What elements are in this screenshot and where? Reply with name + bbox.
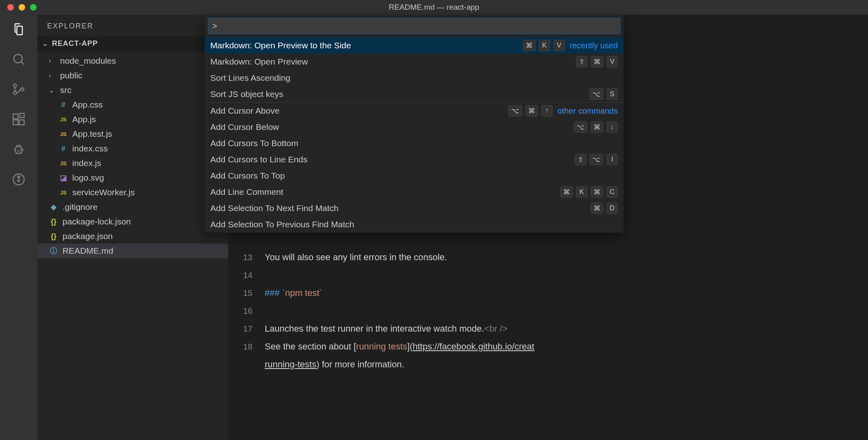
debug-icon[interactable] [11, 142, 26, 157]
keyboard-shortcut: ⌥⌘↓ [574, 121, 618, 133]
command-label: Add Cursors To Bottom [210, 138, 618, 148]
command-label: Add Selection To Next Find Match [210, 203, 591, 213]
sidebar-title: EXPLORER [37, 15, 228, 36]
file-gitignore[interactable]: ◆.gitignore [37, 200, 228, 214]
minimize-window-button[interactable] [19, 4, 25, 11]
command-item[interactable]: Add Selection To Next Find Match⌘D [205, 200, 624, 216]
code-line[interactable]: 16 [228, 302, 868, 320]
code-line[interactable]: 15### `npm test` [228, 284, 868, 302]
file-package-json[interactable]: {}package.json [37, 229, 228, 244]
command-item[interactable]: Add Cursor Below⌥⌘↓ [205, 119, 624, 135]
source-control-icon[interactable] [11, 82, 26, 97]
command-label: Markdown: Open Preview to the Side [210, 41, 523, 50]
folder-node-modules[interactable]: ›node_modules [37, 54, 228, 68]
chevron-down-icon: ⌄ [49, 86, 56, 95]
code-line[interactable]: 17Launches the test runner in the intera… [228, 320, 868, 338]
folder-public[interactable]: ›public [37, 68, 228, 83]
code-line[interactable]: 18See the section about [running tests](… [228, 338, 868, 356]
code-line[interactable]: 13You will also see any lint errors in t… [228, 248, 868, 266]
command-item[interactable]: Add Selection To Previous Find Match [205, 216, 624, 233]
command-palette-list: Markdown: Open Preview to the Side⌘KVrec… [205, 37, 624, 233]
command-label: Sort JS object keys [210, 89, 589, 99]
sidebar: EXPLORER ⌄ REACT-APP ›node_modules ›publ… [37, 15, 228, 440]
project-header[interactable]: ⌄ REACT-APP [37, 36, 228, 51]
line-text: ### `npm test` [265, 284, 322, 302]
explorer-icon[interactable] [11, 22, 26, 37]
search-icon[interactable] [11, 52, 26, 67]
svg-point-1 [13, 84, 17, 87]
chevron-down-icon: ⌄ [42, 39, 50, 48]
file-app-test-js[interactable]: JSApp.test.js [37, 127, 228, 141]
info-file-icon: ⓘ [49, 246, 58, 256]
line-number: 15 [228, 284, 265, 302]
line-number: 14 [228, 266, 265, 284]
keyboard-shortcut: ⌥S [589, 88, 618, 100]
file-index-js[interactable]: JSindex.js [37, 156, 228, 170]
js-file-icon: JS [58, 190, 68, 196]
file-app-css[interactable]: #App.css [37, 97, 228, 112]
js-file-icon: JS [58, 131, 68, 137]
line-number: 13 [228, 248, 265, 266]
command-item[interactable]: Add Cursors To Top [205, 168, 624, 184]
svg-point-2 [13, 91, 17, 95]
command-label: Markdown: Open Preview [210, 57, 576, 67]
command-item[interactable]: Add Cursors to Line Ends⇧⌥I [205, 151, 624, 168]
command-palette-input[interactable] [208, 18, 620, 34]
activity-bar [0, 15, 37, 440]
command-label: Add Cursor Above [210, 106, 508, 116]
line-number: 17 [228, 320, 265, 338]
command-label: Add Cursor Below [210, 122, 574, 132]
command-item[interactable]: Sort JS object keys⌥S [205, 86, 624, 102]
js-file-icon: JS [58, 160, 68, 166]
keyboard-shortcut: ⌘KV [523, 40, 565, 51]
file-logo-svg[interactable]: ◪logo.svg [37, 170, 228, 185]
code-line[interactable]: running-tests) for more information. [228, 356, 868, 373]
file-readme-md[interactable]: ⓘREADME.md [37, 244, 228, 258]
svg-rect-6 [19, 120, 24, 125]
line-text: running-tests) for more information. [265, 356, 404, 373]
json-file-icon: {} [49, 218, 58, 226]
command-hint: other commands [557, 106, 618, 116]
command-item[interactable]: Markdown: Open Preview to the Side⌘KVrec… [205, 37, 624, 54]
keyboard-shortcut: ⌘K⌘C [560, 186, 618, 198]
command-item[interactable]: Sort Lines Ascending [205, 70, 624, 86]
file-app-js[interactable]: JSApp.js [37, 112, 228, 127]
css-file-icon: # [58, 101, 68, 109]
file-service-worker-js[interactable]: JSserviceWorker.js [37, 185, 228, 200]
project-name: REACT-APP [52, 39, 98, 48]
command-item[interactable]: Add Cursors To Bottom [205, 135, 624, 151]
git-file-icon: ◆ [49, 203, 58, 211]
css-file-icon: # [58, 145, 68, 153]
line-number: 16 [228, 302, 265, 320]
folder-src[interactable]: ⌄src [37, 83, 228, 97]
command-item[interactable]: Add Cursor Above⌥⌘↑other commands [205, 103, 624, 119]
json-file-icon: {} [49, 232, 58, 241]
command-palette: Markdown: Open Preview to the Side⌘KVrec… [205, 15, 624, 233]
maximize-window-button[interactable] [30, 4, 37, 11]
code-line[interactable]: 14 [228, 266, 868, 284]
svg-point-10 [18, 176, 20, 178]
close-window-button[interactable] [7, 4, 14, 11]
command-item[interactable]: Add Line Comment⌘K⌘C [205, 184, 624, 200]
keyboard-shortcut: ⌘D [591, 203, 618, 214]
file-index-css[interactable]: #index.css [37, 141, 228, 156]
line-number: 18 [228, 338, 265, 356]
js-file-icon: JS [58, 116, 68, 123]
git-lens-icon[interactable] [11, 172, 26, 187]
chevron-right-icon: › [49, 57, 56, 65]
line-number [228, 356, 265, 373]
command-label: Add Cursors to Line Ends [210, 155, 575, 164]
chevron-right-icon: › [49, 71, 56, 80]
command-label: Add Cursors To Top [210, 171, 618, 181]
svg-file-icon: ◪ [58, 173, 68, 182]
file-package-lock-json[interactable]: {}package-lock.json [37, 214, 228, 229]
line-text: See the section about [running tests](ht… [265, 338, 534, 356]
extensions-icon[interactable] [11, 112, 26, 127]
titlebar: README.md — react-app [0, 0, 868, 15]
svg-point-3 [21, 88, 24, 91]
command-hint: recently used [570, 41, 618, 50]
svg-rect-5 [13, 120, 18, 125]
svg-rect-7 [20, 113, 24, 118]
keyboard-shortcut: ⇧⌘V [576, 56, 618, 67]
command-item[interactable]: Markdown: Open Preview⇧⌘V [205, 54, 624, 70]
